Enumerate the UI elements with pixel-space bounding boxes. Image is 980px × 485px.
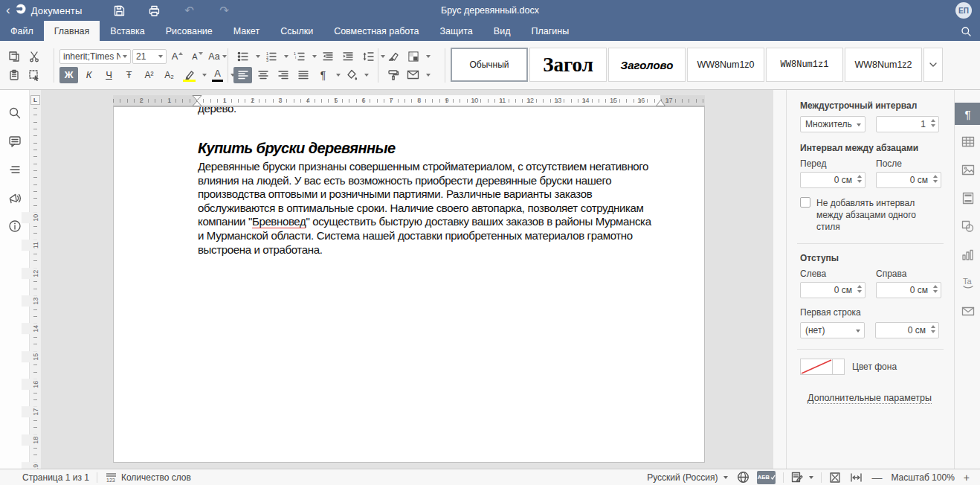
back-button[interactable]: ‹ <box>6 1 10 20</box>
tab-home[interactable]: Главная <box>44 21 100 41</box>
highlight-color-button[interactable] <box>180 67 199 83</box>
tab-references[interactable]: Ссылки <box>270 21 323 41</box>
numbering-dropdown[interactable] <box>284 55 288 58</box>
zoom-out-button[interactable]: — <box>868 472 885 484</box>
zoom-level[interactable]: Масштаб 100% <box>891 472 954 483</box>
style-ww8num1z1[interactable]: WW8Num1z1 <box>766 48 843 82</box>
italic-button[interactable]: К <box>80 67 98 83</box>
align-justify-button[interactable] <box>294 67 312 83</box>
zoom-in-button[interactable]: + <box>961 472 973 484</box>
cut-button[interactable] <box>25 48 43 65</box>
shading-button[interactable] <box>342 67 361 83</box>
fit-page-button[interactable] <box>829 472 841 484</box>
decrease-font-button[interactable]: A <box>188 48 207 65</box>
increase-indent-button[interactable] <box>338 48 357 65</box>
paragraph-settings-icon[interactable]: ¶ <box>955 103 980 125</box>
spacing-before-spinner[interactable]: 0 см <box>800 172 865 188</box>
multilevel-list-button[interactable]: 1i <box>290 48 309 65</box>
header-footer-settings-icon[interactable] <box>955 187 980 209</box>
tab-protection[interactable]: Защита <box>430 21 483 41</box>
indent-left-spinner[interactable]: 0 см <box>800 282 865 298</box>
shape-settings-icon[interactable] <box>955 215 980 237</box>
document-language-select[interactable]: Русский (Россия) <box>647 472 728 483</box>
first-line-type-select[interactable]: (нет) <box>800 322 865 338</box>
copy-button[interactable] <box>4 48 23 65</box>
style-ww8num1z0[interactable]: WW8Num1z0 <box>687 48 764 82</box>
bullets-dropdown[interactable] <box>256 55 260 58</box>
style-ww8num1z2[interactable]: WW8Num1z2 <box>845 48 922 82</box>
tab-plugins[interactable]: Плагины <box>520 21 579 41</box>
superscript-button[interactable]: A² <box>140 67 158 83</box>
font-name-select[interactable]: inherit;Times N <box>59 49 131 64</box>
line-spacing-type-select[interactable]: Множитель <box>800 116 865 132</box>
chart-settings-icon[interactable] <box>955 243 980 266</box>
feedback-icon[interactable] <box>7 191 22 205</box>
align-right-button[interactable] <box>274 67 292 83</box>
page[interactable]: дерево. Купить бруски деревянные Деревян… <box>113 106 705 463</box>
align-center-button[interactable] <box>254 67 272 83</box>
redo-button[interactable]: ↷ <box>216 3 231 18</box>
fit-width-button[interactable] <box>850 473 863 482</box>
search-icon[interactable] <box>958 24 973 39</box>
align-left-button[interactable] <box>233 67 252 83</box>
style-heading1[interactable]: Загол <box>529 48 607 82</box>
indent-right-spinner[interactable]: 0 см <box>876 282 941 298</box>
line-spacing-value-spinner[interactable]: 1 <box>876 116 939 132</box>
right-indent-marker[interactable] <box>656 100 665 106</box>
subscript-button[interactable]: A₂ <box>160 67 178 83</box>
spellcheck-toggle[interactable]: АБВ <box>757 471 776 484</box>
tab-view[interactable]: Вид <box>483 21 521 41</box>
find-icon[interactable] <box>7 106 22 120</box>
bullets-button[interactable] <box>233 48 252 65</box>
textart-settings-icon[interactable]: Ta <box>955 272 980 294</box>
copy-style-button[interactable] <box>384 67 402 83</box>
clear-style-button[interactable] <box>384 48 402 65</box>
mail-merge-dropdown[interactable] <box>426 74 431 77</box>
comments-icon[interactable] <box>7 135 22 148</box>
change-case-button[interactable]: Aa <box>208 48 227 65</box>
word-count-status[interactable]: 123 Количество слов <box>105 472 191 483</box>
strikeout-button[interactable]: Ŧ <box>120 67 138 83</box>
select-all-button[interactable] <box>25 67 43 83</box>
spacing-after-spinner[interactable]: 0 см <box>876 172 941 188</box>
underline-button[interactable]: Ч <box>100 67 118 83</box>
undo-button[interactable]: ↶ <box>181 3 196 18</box>
style-normal[interactable]: Обычный <box>451 48 528 82</box>
numbering-button[interactable]: 123 <box>262 48 280 65</box>
highlight-color-dropdown[interactable] <box>202 74 207 77</box>
multilevel-dropdown[interactable] <box>312 55 317 58</box>
first-line-value-spinner[interactable]: 0 см <box>875 322 939 338</box>
tab-layout[interactable]: Макет <box>223 21 270 41</box>
first-line-indent-marker[interactable] <box>192 95 202 106</box>
nonprinting-chars-button[interactable]: ¶ <box>314 67 332 83</box>
document-canvas[interactable]: 21 1234567891011121314151617 дерево. Куп… <box>41 90 773 469</box>
save-button[interactable] <box>112 3 126 18</box>
bold-button[interactable]: Ж <box>59 67 78 83</box>
styles-more-button[interactable] <box>923 48 943 82</box>
style-heading2[interactable]: Заголово <box>608 48 686 82</box>
shading-dropdown[interactable] <box>364 74 369 77</box>
print-button[interactable] <box>146 3 161 18</box>
increase-font-button[interactable]: A <box>168 48 187 65</box>
image-settings-icon[interactable] <box>955 158 980 181</box>
line-spacing-button[interactable] <box>358 48 377 65</box>
tab-draw[interactable]: Рисование <box>155 21 223 41</box>
tab-file[interactable]: Файл <box>0 21 44 41</box>
tab-collaboration[interactable]: Совместная работа <box>323 21 429 41</box>
no-interval-checkbox[interactable] <box>800 197 810 208</box>
background-color-swatch[interactable] <box>800 359 845 375</box>
advanced-settings-link[interactable]: Дополнительные параметры <box>807 393 932 404</box>
paste-button[interactable] <box>4 67 23 83</box>
page-number-status[interactable]: Страница 1 из 1 <box>22 472 89 483</box>
track-changes-button[interactable] <box>791 472 813 483</box>
table-settings-icon[interactable] <box>955 130 980 152</box>
about-icon[interactable] <box>7 219 22 233</box>
avatar[interactable]: ЕП <box>955 2 972 19</box>
navigation-icon[interactable] <box>7 163 22 176</box>
language-icon[interactable] <box>737 471 749 484</box>
vertical-ruler[interactable]: L 101112131415161718192021 <box>30 90 41 469</box>
font-size-select[interactable]: 21 <box>132 49 167 64</box>
decrease-indent-button[interactable] <box>318 48 337 65</box>
borders-dropdown[interactable] <box>426 55 431 58</box>
mail-merge-button[interactable] <box>404 67 422 83</box>
